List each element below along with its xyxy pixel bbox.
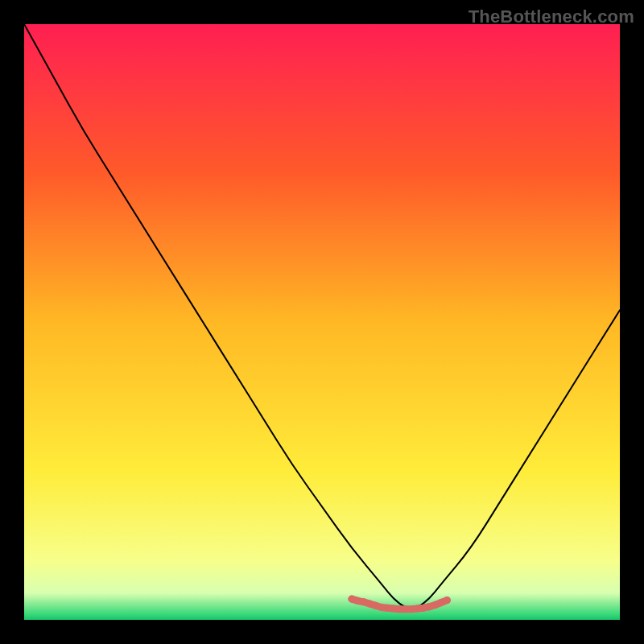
chart-svg <box>24 24 620 620</box>
plot-area <box>24 24 620 620</box>
gradient-background <box>24 24 620 620</box>
chart-frame: TheBottleneck.com <box>0 0 644 644</box>
